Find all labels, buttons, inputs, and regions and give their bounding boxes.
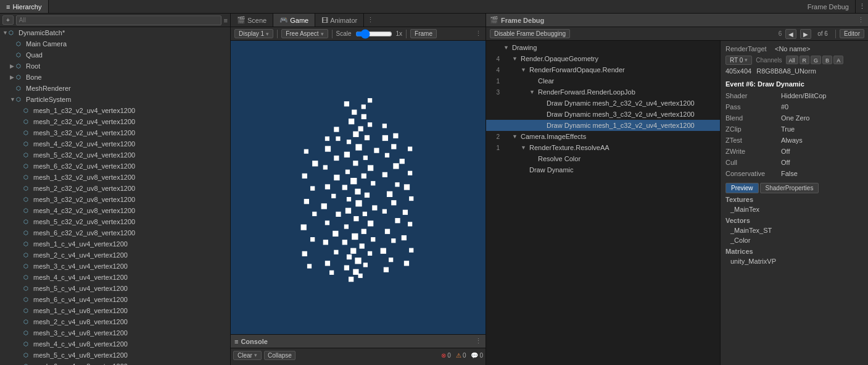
hierarchy-add-button[interactable]: + (2, 15, 14, 25)
hierarchy-item-mesh5cv4uv8_1200[interactable]: ⬡mesh_5_c_v4_uv8_vertex1200 (0, 350, 230, 361)
channels-label: Channels (756, 57, 782, 64)
hierarchy-item-mesh4c32v2uv4_1200[interactable]: ⬡mesh_4_c32_v2_uv4_vertex1200 (0, 138, 230, 149)
prop-value: Off (781, 148, 790, 155)
channel-r-button[interactable]: R (800, 56, 810, 64)
hierarchy-item-root[interactable]: ▶⬡Root (0, 61, 230, 72)
hierarchy-item-maincamera[interactable]: ⬡Main Camera (0, 38, 230, 49)
hierarchy-item-mesh4cv4uv4_1200[interactable]: ⬡mesh_4_c_v4_uv4_vertex1200 (0, 272, 230, 283)
channel-all-button[interactable]: All (786, 56, 798, 64)
hierarchy-item-mesh3c32v2uv4_1200[interactable]: ⬡mesh_3_c32_v2_uv4_vertex1200 (0, 127, 230, 138)
hierarchy-item-mesh2c32v2uv8_1200[interactable]: ⬡mesh_2_c32_v2_uv8_vertex1200 (0, 183, 230, 194)
tree-icon: ⬡ (23, 119, 32, 125)
tab-animator[interactable]: 🎞 Animator (315, 14, 364, 27)
frame-tree-item-renderforward_opaque[interactable]: 4▼RenderForwardOpaque.Render (486, 64, 720, 75)
frame-tree-item-render_opaque[interactable]: 4▼Render.OpaqueGeometry (486, 53, 720, 64)
hierarchy-item-mesh2cv4uv8_1200[interactable]: ⬡mesh_2_c_v4_uv8_vertex1200 (0, 316, 230, 327)
channel-g-button[interactable]: G (811, 56, 821, 64)
aspect-dropdown[interactable]: Free Aspect ▾ (281, 29, 328, 38)
frame-button[interactable]: Frame (410, 29, 437, 38)
hierarchy-search-input[interactable] (16, 15, 221, 25)
svg-rect-10 (342, 240, 347, 245)
svg-rect-53 (395, 218, 400, 223)
frame-tree-item-drawing[interactable]: ▼Drawing (486, 42, 720, 53)
frame-debug-more[interactable]: ⋮ (858, 16, 864, 24)
svg-rect-12 (352, 233, 358, 240)
console-more-icon[interactable]: ⋮ (475, 337, 482, 345)
hierarchy-item-mesh2cv4uv4_1200[interactable]: ⬡mesh_2_c_v4_uv4_vertex1200 (0, 250, 230, 261)
svg-rect-84 (310, 186, 315, 190)
prop-value: One Zero (781, 114, 809, 122)
disable-frame-debugging-button[interactable]: Disable Frame Debugging (490, 29, 570, 38)
hierarchy-item-mesh1cv4uv8_1200[interactable]: ⬡mesh_1_c_v4_uv8_vertex1200 (0, 305, 230, 316)
svg-rect-46 (334, 250, 338, 254)
channel-b-button[interactable]: B (822, 56, 832, 64)
hierarchy-item-mesh1c32v2uv8_1200[interactable]: ⬡mesh_1_c32_v2_uv8_vertex1200 (0, 172, 230, 183)
tab-more-menu[interactable]: ⋮ (856, 0, 868, 13)
hierarchy-item-mesh4cv4uv8_1200[interactable]: ⬡mesh_4_c_v4_uv8_vertex1200 (0, 338, 230, 350)
rt-dropdown[interactable]: RT 0 ▾ (725, 56, 752, 65)
hierarchy-item-mesh6c32v2uv8_1200[interactable]: ⬡mesh_6_c32_v2_uv8_vertex1200 (0, 227, 230, 238)
channel-a-button[interactable]: A (833, 56, 843, 64)
frame-tree-item-draw_dynamic_mesh3[interactable]: Draw Dynamic mesh_3_c32_v2_uv4_vertex120… (486, 109, 720, 120)
shader-item: _MainTex_ST (725, 225, 863, 235)
svg-rect-49 (391, 238, 395, 243)
frame-tree-item-draw_dynamic_mesh1[interactable]: Draw Dynamic mesh_1_c32_v2_uv4_vertex120… (486, 120, 720, 131)
frame-next-button[interactable]: ▶ (800, 29, 811, 39)
hierarchy-item-quad[interactable]: ⬡Quad (0, 49, 230, 61)
hierarchy-item-mesh5c32v2uv8_1200[interactable]: ⬡mesh_5_c32_v2_uv8_vertex1200 (0, 216, 230, 227)
toolbar-sep-3 (406, 30, 407, 38)
hierarchy-item-mesh6cv4uv8_1200[interactable]: ⬡mesh_6_c_v4_uv8_vertex1200 (0, 361, 230, 365)
clear-dropdown[interactable]: Clear ▾ (233, 351, 262, 360)
scale-slider[interactable] (355, 30, 392, 38)
hierarchy-menu-icon[interactable]: ≡ (224, 17, 228, 24)
hierarchy-item-dynamicbatch[interactable]: ▼⬡DynamicBatch* (0, 27, 230, 38)
svg-rect-96 (334, 127, 339, 132)
frame-debug-toolbar: Disable Frame Debugging 6 ◀ ▶ of 6 Edito… (486, 27, 868, 41)
preview-tab[interactable]: Preview (725, 183, 759, 193)
frame-prev-button[interactable]: ◀ (785, 29, 796, 39)
frame-item-label: RenderForward.RenderLoopJob (538, 88, 635, 96)
frame-tree-item-draw_dynamic_mesh2[interactable]: Draw Dynamic mesh_2_c32_v2_uv4_vertex120… (486, 98, 720, 109)
frame-tree-item-rendertexture_resolveaa[interactable]: 1▼RenderTexture.ResolveAA (486, 142, 720, 153)
svg-rect-38 (358, 126, 363, 131)
warning-icon: ⚠ (456, 352, 461, 359)
hierarchy-item-mesh5c32v2uv4_1200[interactable]: ⬡mesh_5_c32_v2_uv4_vertex1200 (0, 149, 230, 161)
hierarchy-item-mesh3cv4uv8_1200[interactable]: ⬡mesh_3_c_v4_uv8_vertex1200 (0, 327, 230, 338)
hierarchy-item-mesh3c32v2uv8_1200[interactable]: ⬡mesh_3_c32_v2_uv8_vertex1200 (0, 194, 230, 205)
tab-game[interactable]: 🎮 Game (273, 14, 315, 27)
hierarchy-item-mesh5cv4uv4_1200[interactable]: ⬡mesh_5_c_v4_uv4_vertex1200 (0, 283, 230, 294)
shader-props-tab[interactable]: ShaderProperties (760, 183, 819, 193)
hierarchy-item-meshrenderer[interactable]: ⬡MeshRenderer (0, 83, 230, 94)
tab-hierarchy[interactable]: ≡ Hierarchy (0, 0, 49, 13)
tab-scene[interactable]: 🎬 Scene (231, 14, 273, 27)
editor-button[interactable]: Editor (840, 29, 864, 38)
game-toolbar-more[interactable]: ⋮ (475, 30, 482, 38)
frame-item-arrow: ▼ (512, 133, 518, 140)
hierarchy-item-bone[interactable]: ▶⬡Bone (0, 72, 230, 83)
view-tabs-more[interactable]: ⋮ (364, 14, 376, 27)
svg-rect-94 (344, 101, 349, 106)
svg-rect-39 (368, 122, 372, 127)
shader-sections: Textures_MainTexVectors_MainTex_ST_Color… (725, 196, 863, 266)
prop-row-cull: CullOff (725, 157, 863, 168)
frame-tree-item-clear[interactable]: 1Clear (486, 75, 720, 86)
frame-tree-item-renderforward_loopjob[interactable]: 3▼RenderForward.RenderLoopJob (486, 86, 720, 98)
hierarchy-item-mesh1cv4uv4_1200[interactable]: ⬡mesh_1_c_v4_uv4_vertex1200 (0, 238, 230, 250)
tab-framedebug[interactable]: Frame Debug (801, 0, 856, 13)
hierarchy-item-mesh3cv4uv4_1200[interactable]: ⬡mesh_3_c_v4_uv4_vertex1200 (0, 261, 230, 272)
hierarchy-item-mesh1c32v2uv4_1200[interactable]: ⬡mesh_1_c32_v2_uv4_vertex1200 (0, 105, 230, 116)
frame-item-num: 3 (489, 89, 500, 96)
hierarchy-item-mesh6c32v2uv4_1200[interactable]: ⬡mesh_6_c32_v2_uv4_vertex1200 (0, 161, 230, 172)
hierarchy-item-mesh4c32v2uv8_1200[interactable]: ⬡mesh_4_c32_v2_uv8_vertex1200 (0, 205, 230, 216)
frame-tree-item-resolve_color[interactable]: Resolve Color (486, 153, 720, 164)
frame-tree-item-camera_imageeffects[interactable]: 2▼Camera.ImageEffects (486, 131, 720, 142)
frame-tree-item-draw_dynamic2[interactable]: Draw Dynamic (486, 164, 720, 175)
display-dropdown[interactable]: Display 1 ▾ (234, 29, 273, 38)
svg-rect-1 (358, 274, 363, 278)
hierarchy-item-mesh6cv4uv4_1200[interactable]: ⬡mesh_6_c_v4_uv4_vertex1200 (0, 294, 230, 305)
collapse-button[interactable]: Collapse (264, 351, 296, 360)
prop-row-zwrite: ZWriteOff (725, 146, 863, 157)
hierarchy-item-mesh2c32v2uv4_1200[interactable]: ⬡mesh_2_c32_v2_uv4_vertex1200 (0, 116, 230, 127)
hierarchy-item-particlesystem[interactable]: ▼⬡ParticleSystem (0, 94, 230, 105)
svg-rect-17 (363, 212, 367, 216)
